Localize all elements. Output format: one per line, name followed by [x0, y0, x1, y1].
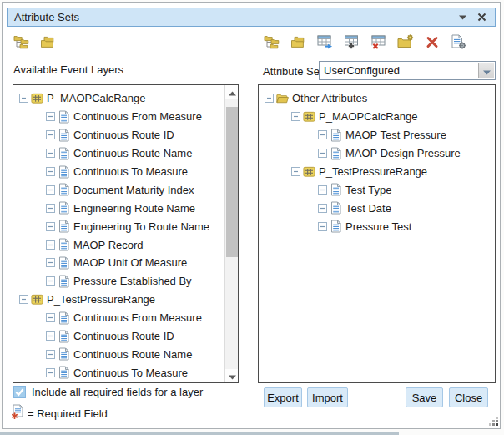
collapse-minus-icon[interactable] — [46, 112, 55, 121]
tree-item[interactable]: Other Attributes — [259, 89, 495, 108]
collapse-minus-icon[interactable] — [46, 313, 55, 322]
close-icon[interactable] — [476, 12, 487, 23]
delete-attribute-set-button[interactable] — [370, 35, 386, 52]
tree-item[interactable]: Test Type — [259, 180, 495, 199]
window-edge — [0, 432, 399, 435]
field-icon — [58, 238, 70, 252]
collapse-minus-icon[interactable] — [46, 204, 55, 213]
tree-item-label: Test Type — [345, 184, 391, 196]
tree-item-label: Continuous To Measure — [73, 367, 188, 379]
dialog-title: Attribute Sets — [8, 11, 456, 23]
tree-item[interactable]: Continuous To Measure — [13, 363, 224, 382]
scrollbar-thumb[interactable] — [226, 107, 238, 257]
tree-item[interactable]: P_MAOPCalcRange — [13, 89, 224, 108]
tree-item[interactable]: Continuous To Measure — [13, 163, 224, 181]
collapse-attribute-set-button[interactable] — [290, 35, 306, 52]
expand-attribute-set-button[interactable] — [264, 35, 280, 52]
tree-item-label: Engineering To Route Name — [73, 220, 209, 233]
collapse-minus-icon[interactable] — [46, 167, 55, 176]
tree-item[interactable]: MAOP Record — [13, 235, 224, 254]
collapse-minus-icon[interactable] — [46, 149, 55, 158]
tree-item-label: Document Maturity Index — [73, 184, 194, 196]
collapse-event-layers-button[interactable] — [40, 35, 56, 52]
close-button[interactable]: Close — [449, 387, 488, 407]
tree-item[interactable]: Document Maturity Index — [13, 180, 224, 199]
tree-item[interactable]: P_TestPressureRange — [13, 291, 224, 309]
collapse-minus-icon[interactable] — [19, 94, 28, 103]
collapse-minus-icon[interactable] — [19, 295, 28, 304]
expand-event-layers-button[interactable] — [13, 35, 29, 52]
tree-item[interactable]: Continuous From Measure — [13, 309, 224, 327]
tree-item[interactable]: Continuous Route ID — [13, 327, 224, 346]
field-icon — [330, 220, 342, 234]
new-group-button[interactable] — [397, 35, 413, 52]
collapse-minus-icon[interactable] — [318, 222, 327, 231]
export-attribute-set-button[interactable] — [317, 35, 333, 52]
collapse-minus-icon[interactable] — [46, 185, 55, 195]
attribute-set-properties-button[interactable] — [451, 35, 466, 52]
collapse-minus-icon[interactable] — [46, 240, 55, 250]
collapse-minus-icon[interactable] — [46, 276, 55, 286]
tree-item[interactable]: Continuous Route Name — [13, 144, 224, 163]
field-icon — [330, 146, 342, 160]
save-button[interactable]: Save — [406, 387, 443, 407]
collapse-minus-icon[interactable] — [46, 258, 55, 267]
collapse-minus-icon[interactable] — [318, 204, 327, 213]
tree-item[interactable]: Continuous Route Name — [13, 345, 224, 363]
tree-item[interactable]: Engineering To Route Name — [13, 217, 224, 235]
collapse-minus-icon[interactable] — [46, 331, 55, 341]
required-field-icon — [11, 404, 24, 422]
tree-item[interactable]: P_TestPressureRange — [259, 163, 495, 181]
collapse-minus-icon[interactable] — [265, 94, 274, 103]
vertical-scrollbar[interactable] — [224, 85, 238, 382]
scroll-up-button[interactable] — [225, 85, 239, 99]
resize-grip[interactable] — [488, 415, 499, 426]
titlebar[interactable]: Attribute Sets — [7, 8, 496, 27]
tree-item[interactable]: Continuous From Measure — [13, 108, 224, 126]
table-x-icon — [370, 34, 386, 53]
tree-item-label: Other Attributes — [292, 92, 367, 104]
collapse-minus-icon[interactable] — [318, 185, 327, 195]
field-icon — [58, 183, 70, 197]
include-required-fields-checkbox[interactable] — [13, 386, 26, 398]
collapse-panel-icon[interactable] — [456, 12, 468, 23]
tree-item-label: Continuous Route Name — [73, 348, 192, 361]
tree-item[interactable]: Continuous Route ID — [13, 126, 224, 144]
collapse-minus-icon[interactable] — [46, 368, 55, 377]
tree-item[interactable]: Pressure Test — [259, 217, 495, 235]
collapse-minus-icon[interactable] — [46, 222, 55, 231]
field-icon — [58, 274, 70, 288]
collapse-minus-icon[interactable] — [318, 130, 327, 139]
scroll-down-button[interactable] — [225, 369, 239, 382]
tree-item[interactable]: MAOP Test Pressure — [259, 126, 495, 144]
tree-item[interactable]: Test Date — [259, 199, 495, 217]
export-button[interactable]: Export — [264, 387, 302, 407]
tree-item-label: Continuous Route ID — [73, 129, 174, 141]
triangle-up-icon — [229, 84, 236, 99]
tree-item[interactable]: Engineering Route Name — [13, 199, 224, 217]
remove-item-button[interactable] — [424, 35, 440, 52]
tree-item[interactable]: MAOP Design Pressure — [259, 144, 495, 163]
tree-item-label: MAOP Record — [73, 239, 144, 251]
collapse-minus-icon[interactable] — [318, 149, 327, 158]
field-icon — [58, 347, 70, 362]
collapse-minus-icon[interactable] — [291, 112, 300, 121]
available-event-layers-label: Available Event Layers — [13, 63, 123, 76]
attribute-set-dropdown[interactable]: UserConfigured — [319, 61, 496, 80]
dropdown-button[interactable] — [478, 63, 494, 78]
tree-item[interactable]: Pressure Established By — [13, 272, 224, 291]
add-attribute-set-button[interactable] — [344, 35, 360, 52]
tree-item-label: P_MAOPCalcRange — [319, 110, 418, 123]
collapse-minus-icon[interactable] — [46, 130, 55, 139]
collapse-minus-icon[interactable] — [291, 167, 300, 176]
toolbar-right — [264, 34, 466, 53]
folder-new-icon — [397, 34, 414, 53]
tree-item[interactable]: P_MAOPCalcRange — [259, 108, 495, 126]
field-icon — [58, 220, 70, 234]
field-icon — [58, 329, 70, 343]
tree-item[interactable]: MAOP Unit Of Measure — [13, 254, 224, 272]
include-required-fields-label: Include all required fields for a layer — [32, 386, 203, 398]
import-button[interactable]: Import — [307, 387, 348, 407]
collapse-minus-icon[interactable] — [46, 350, 55, 359]
field-icon — [58, 255, 70, 270]
